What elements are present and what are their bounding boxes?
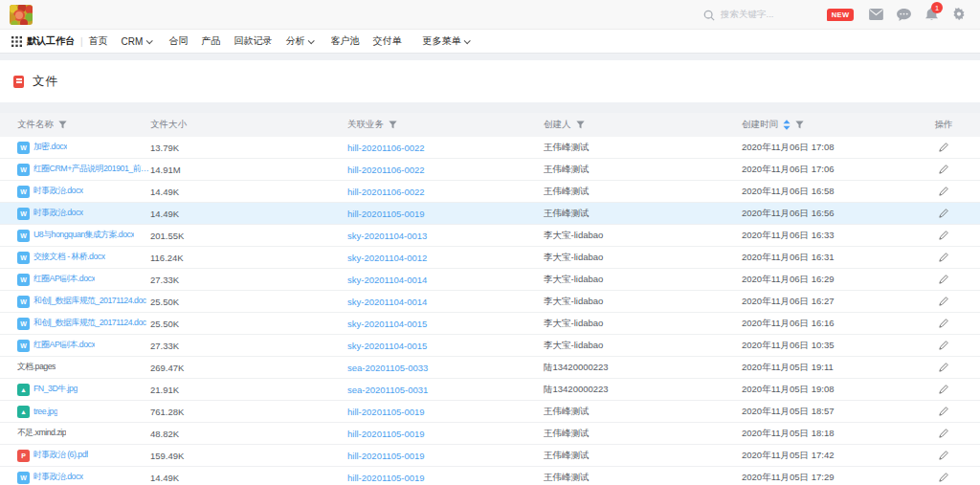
file-name[interactable]: 时事政治.docx (33, 186, 83, 197)
filter-icon[interactable] (795, 121, 804, 129)
related-business-link[interactable]: sky-20201104-0015 (347, 319, 544, 329)
edit-icon[interactable] (939, 231, 948, 240)
table-row[interactable]: P 时事政治 (6).pdf 159.49K hill-20201105-001… (0, 445, 980, 467)
related-business-link[interactable]: hill-20201105-0019 (347, 429, 544, 439)
related-business-link[interactable]: sky-20201104-0013 (347, 231, 544, 241)
table-row[interactable]: W 时事政治.docx 14.49K hill-20201105-0019 王伟… (0, 467, 980, 485)
edit-icon[interactable] (939, 319, 948, 328)
edit-icon[interactable] (939, 187, 948, 196)
edit-icon[interactable] (939, 275, 948, 284)
file-name[interactable]: U8与hongquan集成方案.docx (33, 230, 134, 241)
nav-item-2[interactable]: 合同 (168, 34, 188, 48)
edit-icon[interactable] (939, 363, 948, 372)
workspace-name[interactable]: 默认工作台 (27, 34, 75, 48)
related-business-link[interactable]: hill-20201105-0019 (347, 473, 544, 483)
table-row[interactable]: W 交接文档 - 林桥.docx 116.24K sky-20201104-00… (0, 247, 980, 269)
related-business-link[interactable]: hill-20201106-0022 (347, 187, 544, 197)
file-name[interactable]: 不足.xmind.zip (17, 428, 66, 439)
related-business-link[interactable]: hill-20201105-0019 (347, 407, 544, 417)
table-row[interactable]: 文档.pages 269.47K sea-20201105-0033 陆1342… (0, 357, 980, 379)
nav-item-3[interactable]: 产品 (201, 34, 220, 48)
edit-icon[interactable] (939, 341, 948, 350)
gear-icon[interactable] (951, 8, 967, 21)
nav-item-0[interactable]: 首页 (89, 34, 108, 48)
nav-item-6[interactable]: 客户池 (330, 34, 359, 48)
app-logo[interactable] (10, 5, 33, 25)
table-row[interactable]: W 红圈CRM+产品说明201901_前端... 14.91M hill-202… (0, 159, 980, 181)
file-name[interactable]: 时事政治.docx (33, 472, 83, 483)
related-business-link[interactable]: sky-20201104-0015 (347, 341, 544, 351)
sort-icon[interactable] (783, 120, 791, 130)
jpg-file-icon: ▲ (17, 384, 30, 396)
created-time: 2020年11月06日 16:31 (742, 252, 928, 264)
file-name[interactable]: 红圈API副本.docx (33, 274, 95, 285)
related-business-link[interactable]: hill-20201106-0022 (347, 165, 544, 175)
related-business-link[interactable]: hill-20201105-0019 (347, 451, 544, 461)
table-row[interactable]: 不足.xmind.zip 48.82K hill-20201105-0019 王… (0, 423, 980, 445)
file-name[interactable]: 和创|_数据库规范_20171124.doc (33, 318, 146, 329)
file-name[interactable]: FN_3D牛.jpg (33, 384, 78, 395)
file-size: 14.91M (150, 165, 347, 175)
related-business-link[interactable]: hill-20201106-0022 (347, 143, 544, 153)
table-row[interactable]: ▲ FN_3D牛.jpg 21.91K sea-20201105-0031 陆1… (0, 379, 980, 401)
chevron-down-icon (308, 37, 315, 44)
nav-item-5[interactable]: 分析 (285, 34, 313, 48)
nav-item-1[interactable]: CRM (122, 36, 152, 47)
file-name[interactable]: 交接文档 - 林桥.docx (33, 252, 105, 263)
file-name[interactable]: 和创|_数据库规范_20171124.doc (33, 296, 146, 307)
file-size: 201.55K (150, 231, 347, 241)
edit-icon[interactable] (939, 385, 948, 394)
edit-icon[interactable] (939, 407, 948, 416)
docx-file-icon: W (17, 186, 30, 198)
related-business-link[interactable]: sea-20201105-0033 (347, 363, 544, 373)
edit-icon[interactable] (939, 209, 948, 218)
table-row[interactable]: W 加密.docx 13.79K hill-20201106-0022 王伟峰测… (0, 137, 980, 159)
creator: 王伟峰测试 (544, 186, 742, 198)
mail-icon[interactable] (868, 9, 883, 20)
table-row[interactable]: W 时事政治.docx 14.49K hill-20201105-0019 王伟… (0, 203, 980, 225)
table-row[interactable]: W 时事政治.docx 14.49K hill-20201106-0022 王伟… (0, 181, 980, 203)
related-business-link[interactable]: sky-20201104-0014 (347, 297, 544, 307)
creator: 李大宝-lidabao (544, 252, 742, 264)
creator: 王伟峰测试 (544, 164, 742, 176)
file-name-cell: ▲ tree.jpg (17, 406, 150, 418)
column-header-3: 创建人 (544, 119, 742, 131)
filter-icon[interactable] (576, 121, 585, 129)
edit-icon[interactable] (939, 297, 948, 306)
file-name[interactable]: 红圈CRM+产品说明201901_前端... (33, 164, 150, 175)
file-name[interactable]: 时事政治 (6).pdf (33, 450, 88, 461)
related-business-link[interactable]: sea-20201105-0031 (347, 385, 544, 395)
edit-icon[interactable] (939, 473, 948, 482)
creator: 李大宝-lidabao (544, 318, 742, 330)
file-name[interactable]: 红圈API副本.docx (33, 340, 95, 351)
edit-icon[interactable] (939, 253, 948, 262)
nav-item-4[interactable]: 回款记录 (234, 34, 272, 48)
bell-icon[interactable]: 1 (924, 8, 939, 21)
file-name[interactable]: tree.jpg (33, 407, 57, 416)
file-name[interactable]: 文档.pages (17, 362, 56, 373)
global-search[interactable]: 搜索关键字... (703, 0, 773, 30)
file-name[interactable]: 时事政治.docx (33, 208, 83, 219)
edit-icon[interactable] (939, 451, 948, 460)
chat-icon[interactable] (896, 9, 911, 21)
file-name[interactable]: 加密.docx (33, 142, 67, 153)
table-row[interactable]: W 和创|_数据库规范_20171124.doc 25.50K sky-2020… (0, 291, 980, 313)
table-row[interactable]: W U8与hongquan集成方案.docx 201.55K sky-20201… (0, 225, 980, 247)
related-business-link[interactable]: hill-20201105-0019 (347, 209, 544, 219)
filter-icon[interactable] (389, 121, 397, 129)
table-row[interactable]: ▲ tree.jpg 761.28K hill-20201105-0019 王伟… (0, 401, 980, 423)
nav-item-8[interactable]: 更多菜单 (422, 34, 469, 48)
table-row[interactable]: W 红圈API副本.docx 27.33K sky-20201104-0015 … (0, 335, 980, 357)
table-row[interactable]: W 和创|_数据库规范_20171124.doc 25.50K sky-2020… (0, 313, 980, 335)
operation-cell (928, 407, 980, 416)
related-business-link[interactable]: sky-20201104-0012 (347, 253, 544, 263)
edit-icon[interactable] (939, 165, 948, 174)
operation-cell (928, 165, 980, 174)
edit-icon[interactable] (939, 429, 948, 438)
apps-grid-icon[interactable] (11, 36, 22, 47)
nav-item-7[interactable]: 交付单 (372, 34, 401, 48)
edit-icon[interactable] (939, 143, 948, 152)
related-business-link[interactable]: sky-20201104-0014 (347, 275, 544, 285)
table-row[interactable]: W 红圈API副本.docx 27.33K sky-20201104-0014 … (0, 269, 980, 291)
filter-icon[interactable] (58, 121, 67, 129)
